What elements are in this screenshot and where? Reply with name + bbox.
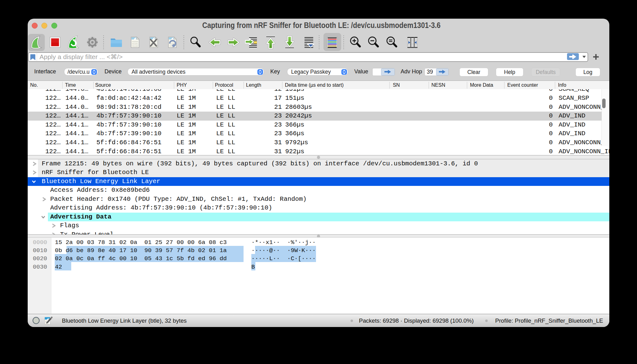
svg-text:01101: 01101 bbox=[170, 43, 175, 45]
svg-text:01110: 01110 bbox=[132, 45, 138, 47]
svg-text:01101: 01101 bbox=[132, 43, 138, 45]
svg-text:01010: 01010 bbox=[132, 41, 138, 43]
svg-text:0110: 0110 bbox=[45, 323, 49, 325]
